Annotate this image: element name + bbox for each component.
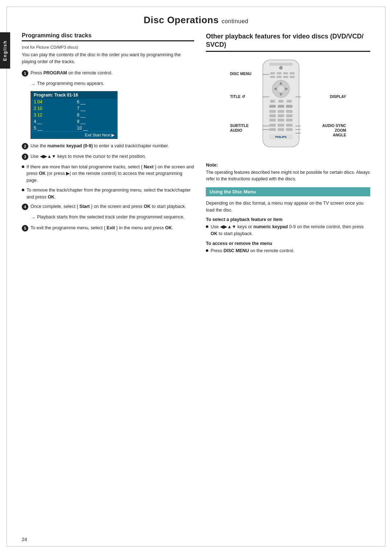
svg-rect-31 (286, 119, 293, 122)
feature-heading-1: To select a playback feature or item (206, 217, 370, 222)
table-cell: 9 __ (74, 118, 117, 125)
remote-image-wrapper: PHILIPS (230, 56, 346, 158)
step-3: 3 Use ◀▶▲▼ keys to move the cursor to th… (22, 153, 194, 160)
disc-menu-intro: Depending on the disc format, a menu may… (206, 200, 370, 214)
table-cell: 3 12 (31, 112, 74, 118)
svg-rect-9 (283, 76, 288, 78)
language-tab: English (0, 32, 10, 69)
step-num-5: 5 (22, 225, 28, 232)
bullet-dot (22, 165, 24, 168)
bullet-list: If there are more than ten total program… (22, 164, 194, 201)
svg-rect-10 (290, 76, 295, 78)
step-4-arrow: → Playback starts from the selected trac… (30, 214, 194, 222)
svg-rect-27 (278, 114, 284, 117)
svg-rect-3 (270, 72, 275, 74)
list-item: Use ◀▶▲▼ keys or numeric keypad 0-9 on t… (206, 224, 370, 237)
list-item: To remove the track/chapter from the pro… (22, 187, 194, 201)
svg-rect-36 (278, 128, 284, 131)
step-2: 2 Use the numeric keypad (0-9) to enter … (22, 143, 194, 149)
table-cell: 2 10 (31, 105, 74, 112)
title-label: TITLE ↺ (230, 94, 245, 99)
svg-rect-29 (269, 119, 276, 122)
svg-rect-32 (269, 124, 276, 127)
step-5: 5 To exit the programme menu, select { E… (22, 225, 194, 232)
step-1: 1 Press PROGRAM on the remote control. (22, 70, 194, 77)
right-section-heading: Other playback features for video discs … (206, 32, 370, 52)
step-2-content: Use the numeric keypad (0-9) to enter a … (30, 143, 194, 149)
svg-rect-4 (277, 72, 282, 74)
program-table-footer: Exit Start Next ▶ (31, 131, 117, 139)
angle-label: ANGLE (333, 133, 346, 137)
svg-rect-18 (278, 100, 283, 103)
svg-rect-30 (278, 119, 284, 122)
disc-menu-access-bullets: Press DISC MENU on the remote control. (206, 247, 370, 254)
disc-menu-bullets: Use ◀▶▲▼ keys or numeric keypad 0-9 on t… (206, 224, 370, 237)
program-table: Program: Track 01-16 1 04 6 __ 2 10 7 __… (30, 91, 118, 139)
zoom-label: ZOOM (335, 128, 346, 132)
step-4: 4 Once complete, select { Start } on the… (22, 203, 194, 210)
audio-label: AUDIO (230, 128, 242, 132)
svg-rect-19 (287, 100, 292, 103)
step-num-4: 4 (22, 204, 28, 210)
svg-rect-22 (286, 105, 293, 108)
table-cell: 10 __ (74, 125, 117, 131)
list-item: Press DISC MENU on the remote control. (206, 247, 370, 254)
svg-rect-24 (278, 110, 284, 113)
svg-rect-5 (283, 72, 288, 74)
step-3-content: Use ◀▶▲▼ keys to move the cursor to the … (30, 153, 194, 160)
table-cell: 1 04 (31, 99, 74, 105)
svg-rect-26 (269, 114, 276, 117)
svg-rect-33 (278, 124, 284, 127)
step-1-arrow: → The programming menu appears. (30, 80, 194, 88)
note-text: The operating features described here mi… (206, 169, 370, 182)
step-num-3: 3 (22, 153, 28, 160)
svg-rect-6 (290, 72, 295, 74)
svg-rect-25 (286, 110, 293, 113)
step-5-content: To exit the programme menu, select { Exi… (30, 225, 194, 232)
audio-sync-label: AUDIO SYNC (322, 123, 346, 128)
bullet-dot (22, 189, 24, 191)
disc-menu-section-heading: Using the Disc Menu (206, 187, 370, 196)
program-table-body: 1 04 6 __ 2 10 7 __ 3 12 8 __ 4 __ 9 __ … (31, 99, 117, 131)
subtitle-small: (not for Picture CD/MP3 discs) (22, 45, 194, 49)
step-4-content: Once complete, select { Start } on the s… (30, 203, 194, 210)
step-num-2: 2 (22, 143, 28, 149)
bullet-dot (206, 249, 208, 252)
left-section-heading: Programming disc tracks (22, 32, 194, 41)
svg-point-2 (279, 66, 283, 70)
svg-rect-8 (277, 76, 282, 78)
svg-rect-23 (269, 110, 276, 113)
subtitle-label: SUBTITLE (230, 123, 249, 128)
note-box: Note: The operating features described h… (206, 162, 370, 182)
table-cell: 7 __ (74, 105, 117, 112)
table-cell: 5 __ (31, 125, 74, 131)
program-table-header: Program: Track 01-16 (31, 91, 117, 99)
feature-heading-2: To access or remove the menu (206, 241, 370, 246)
svg-rect-17 (270, 100, 275, 103)
svg-rect-1 (269, 63, 293, 66)
svg-rect-34 (286, 124, 293, 127)
svg-rect-37 (286, 128, 293, 131)
display-label: DISPLAY (330, 94, 346, 99)
remote-diagram: PHILIPS (206, 56, 370, 158)
table-cell: 6 __ (74, 99, 117, 105)
step-num-1: 1 (22, 70, 28, 77)
svg-rect-35 (269, 128, 276, 131)
table-cell: 4 __ (31, 118, 74, 125)
note-title: Note: (206, 162, 370, 168)
page-number: 24 (22, 537, 27, 542)
svg-rect-20 (269, 105, 276, 108)
intro-text: You can play the contents of the disc in… (22, 52, 194, 65)
svg-text:PHILIPS: PHILIPS (275, 135, 287, 139)
page-title: Disc Operations continued (22, 15, 370, 26)
list-item: If there are more than ten total program… (22, 164, 194, 184)
svg-rect-28 (286, 114, 293, 117)
table-cell: 8 __ (74, 112, 117, 118)
svg-rect-21 (278, 105, 284, 108)
svg-rect-7 (270, 76, 275, 78)
step-1-content: Press PROGRAM on the remote control. (30, 70, 194, 77)
bullet-dot (206, 225, 208, 228)
svg-point-12 (277, 85, 285, 93)
disc-menu-label: DISC MENU (230, 71, 252, 76)
